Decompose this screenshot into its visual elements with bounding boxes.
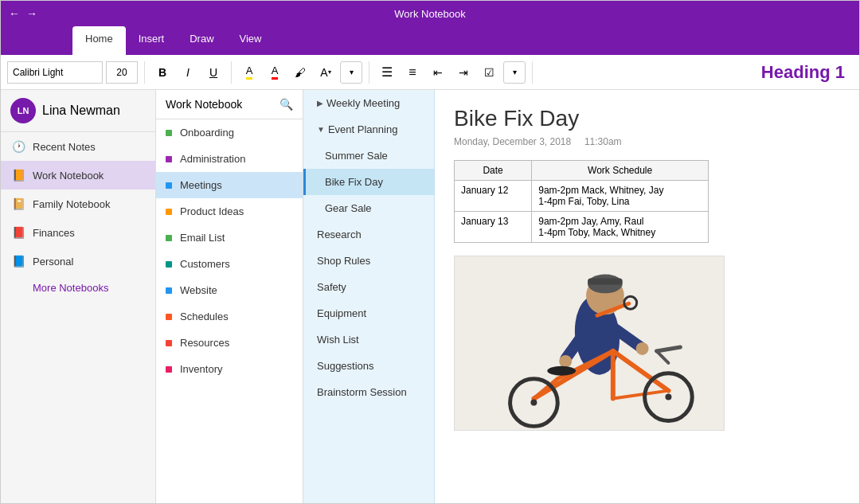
pages-panel: ▶ Weekly Meeting ▼ Event Planning Summer…: [303, 90, 435, 503]
increase-indent-button[interactable]: ⇥: [452, 61, 475, 84]
section-color-inventory: [166, 366, 172, 373]
family-notebook-icon: 📔: [10, 196, 26, 212]
cell-schedule-jan13: 9am-2pm Jay, Amy, Raul1-4pm Toby, Mack, …: [532, 212, 709, 243]
user-name: Lina Newman: [42, 104, 120, 118]
page-gear-sale[interactable]: Gear Sale: [303, 195, 434, 221]
svg-point-18: [665, 394, 671, 400]
decrease-indent-button[interactable]: ⇤: [427, 61, 449, 84]
list-dropdown[interactable]: ▾: [503, 61, 526, 84]
page-event-planning[interactable]: ▼ Event Planning: [303, 116, 434, 143]
toolbar-separator-1: [144, 61, 145, 84]
page-research[interactable]: Research: [303, 221, 434, 248]
section-administration[interactable]: Administration: [156, 146, 303, 172]
numbered-list-button[interactable]: ≡: [401, 61, 424, 84]
page-wish-list[interactable]: Wish List: [303, 326, 434, 353]
recent-icon: 🕐: [10, 139, 26, 154]
content-area[interactable]: Bike Fix Day Monday, December 3, 2018 11…: [435, 90, 859, 503]
more-notebooks-link[interactable]: More Notebooks: [1, 275, 155, 300]
page-equipment[interactable]: Equipment: [303, 300, 434, 326]
sidebar-item-work[interactable]: 📙 Work Notebook: [1, 161, 155, 189]
checkbox-button[interactable]: ☑: [478, 61, 500, 84]
sidebar-item-family[interactable]: 📔 Family Notebook: [1, 189, 155, 218]
sidebar-user[interactable]: LN Lina Newman: [1, 90, 155, 132]
bullet-list-button[interactable]: ☰: [376, 61, 398, 84]
toolbar-separator-4: [532, 61, 533, 84]
section-meetings[interactable]: Meetings: [156, 172, 303, 198]
section-website[interactable]: Website: [156, 277, 303, 303]
sections-title: Work Notebook: [166, 98, 242, 111]
font-name-input[interactable]: [7, 61, 103, 84]
time-text: 11:30am: [584, 136, 622, 147]
section-customers[interactable]: Customers: [156, 251, 303, 277]
tab-draw[interactable]: Draw: [177, 26, 226, 55]
section-label-website: Website: [180, 284, 217, 296]
expand-weekly-icon: ▶: [317, 99, 323, 107]
sidebar-item-personal[interactable]: 📘 Personal: [1, 247, 155, 275]
svg-point-7: [559, 355, 572, 368]
section-schedules[interactable]: Schedules: [156, 303, 303, 330]
page-weekly-meeting[interactable]: ▶ Weekly Meeting: [303, 90, 434, 116]
toolbar-separator-2: [231, 61, 232, 84]
page-summer-sale[interactable]: Summer Sale: [303, 143, 434, 169]
page-suggestions[interactable]: Suggestions: [303, 353, 434, 379]
section-color-schedules: [166, 314, 172, 320]
section-email-list[interactable]: Email List: [156, 225, 303, 251]
sections-panel: Work Notebook 🔍 Onboarding Administratio…: [156, 90, 303, 503]
section-label-resources: Resources: [180, 337, 229, 349]
italic-button[interactable]: I: [177, 61, 199, 84]
format-painter-button[interactable]: 🖌: [289, 61, 311, 84]
app-window: ← → Work Notebook Home Insert Draw View …: [0, 0, 860, 504]
page-label-summer-sale: Summer Sale: [325, 150, 388, 162]
font-color-button[interactable]: A: [264, 61, 286, 84]
page-brainstorm-session[interactable]: Brainstorm Session: [303, 379, 434, 405]
expand-event-icon: ▼: [317, 125, 325, 134]
section-product-ideas[interactable]: Product Ideas: [156, 198, 303, 225]
page-date: Monday, December 3, 2018 11:30am: [454, 136, 840, 147]
section-inventory[interactable]: Inventory: [156, 356, 303, 382]
bold-button[interactable]: B: [151, 61, 174, 84]
page-safety[interactable]: Safety: [303, 274, 434, 300]
page-shop-rules[interactable]: Shop Rules: [303, 248, 434, 274]
window-title: Work Notebook: [394, 8, 465, 20]
page-label-safety: Safety: [317, 281, 346, 293]
tab-insert[interactable]: Insert: [126, 26, 178, 55]
page-bike-fix-day[interactable]: Bike Fix Day: [303, 169, 434, 195]
heading-label: Heading 1: [761, 62, 853, 83]
styles-button[interactable]: A▾: [315, 61, 337, 84]
personal-icon: 📘: [10, 253, 26, 269]
sidebar: LN Lina Newman 🕐 Recent Notes 📙 Work Not…: [1, 90, 156, 503]
page-label-equipment: Equipment: [317, 307, 366, 319]
toolbar-separator-3: [369, 61, 369, 84]
cell-date-jan12: January 12: [455, 181, 532, 212]
underline-button[interactable]: U: [202, 61, 225, 84]
tab-view[interactable]: View: [227, 26, 275, 55]
styles-dropdown[interactable]: ▾: [340, 61, 362, 84]
section-label-email-list: Email List: [180, 232, 225, 244]
title-bar: ← → Work Notebook: [1, 1, 859, 26]
sidebar-item-recent[interactable]: 🕐 Recent Notes: [1, 132, 155, 161]
user-initials: LN: [18, 106, 29, 115]
date-text: Monday, December 3, 2018: [454, 136, 571, 147]
font-size-input[interactable]: [106, 61, 138, 84]
sidebar-item-label-family: Family Notebook: [33, 198, 111, 210]
bike-image: [454, 256, 725, 431]
cell-date-jan13: January 13: [455, 212, 532, 243]
section-color-customers: [166, 261, 172, 268]
back-arrow[interactable]: ←: [9, 7, 20, 20]
page-label-research: Research: [317, 229, 362, 240]
sidebar-item-finances[interactable]: 📕 Finances: [1, 218, 155, 247]
section-color-resources: [166, 340, 172, 346]
highlight-button[interactable]: A: [238, 61, 260, 84]
table-row-jan12: January 12 9am-2pm Mack, Whitney, Jay1-4…: [455, 181, 709, 212]
svg-rect-4: [588, 278, 623, 284]
section-label-customers: Customers: [180, 258, 230, 270]
sections-search-icon[interactable]: 🔍: [280, 98, 293, 111]
section-onboarding[interactable]: Onboarding: [156, 119, 303, 146]
schedule-table: Date Work Schedule January 12 9am-2pm Ma…: [454, 160, 709, 243]
sidebar-item-label-personal: Personal: [33, 256, 73, 268]
forward-arrow[interactable]: →: [26, 7, 37, 20]
tab-home[interactable]: Home: [72, 26, 126, 55]
finances-icon: 📕: [10, 225, 26, 240]
section-resources[interactable]: Resources: [156, 330, 303, 356]
svg-point-21: [547, 366, 576, 376]
